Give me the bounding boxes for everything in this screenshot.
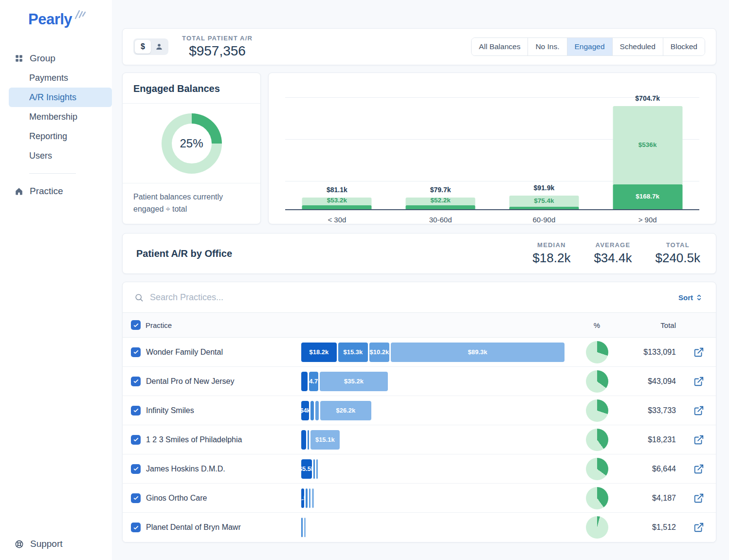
open-practice-button[interactable]: [693, 434, 704, 445]
pearly-logo-text: Pearly: [28, 11, 72, 28]
table-row-ginos-ortho-care[interactable]: Ginos Ortho Care$1.5k$4,187: [123, 484, 716, 513]
select-all-checkbox[interactable]: [131, 320, 141, 330]
total-patient-ar: TOTAL PATIENT A/R $957,356: [182, 35, 253, 59]
tab-all-balances[interactable]: All Balances: [472, 38, 528, 55]
practice-search-bar: Sort: [123, 282, 716, 312]
sort-label: Sort: [678, 293, 693, 302]
stacked-bar: $704.7k$536k$168.7k: [613, 83, 682, 209]
chart-column-60-90d: $91.9k$75.4k: [492, 83, 596, 209]
chart-category-label: 30-60d: [389, 210, 492, 224]
bar-light-label: $52.2k: [406, 197, 475, 205]
bar-total-label: $704.7k: [613, 94, 682, 103]
tab-engaged[interactable]: Engaged: [567, 38, 612, 55]
sort-button[interactable]: Sort: [678, 293, 703, 302]
dollar-toggle-button[interactable]: $: [135, 40, 151, 54]
table-row-1-2-3-smiles-of-philadelphia[interactable]: 1 2 3 Smiles of Philadelphia$15.1k$18,23…: [123, 425, 716, 454]
sidebar-item-support[interactable]: Support: [15, 539, 63, 549]
support-label: Support: [30, 539, 63, 549]
row-checkbox[interactable]: [131, 493, 141, 503]
practice-bar-chart: $4.7k$35.2k: [301, 372, 566, 391]
engagement-pie: [586, 487, 608, 509]
office-summary-title: Patient A/R by Office: [136, 248, 232, 259]
view-toggle: $: [133, 38, 168, 55]
office-summary-stats: MEDIAN$18.2kAVERAGE$34.4kTOTAL$240.5k: [532, 241, 700, 266]
bar-segment: [301, 430, 306, 450]
open-practice-button[interactable]: [693, 493, 704, 504]
engaged-balances-title: Engaged Balances: [133, 83, 250, 94]
engaged-percent: 25%: [180, 137, 203, 150]
chart-column-30-60d: $79.7k$52.2k: [389, 83, 492, 209]
practice-name: James Hoskins D.M.D.: [146, 465, 301, 473]
stat-value: $34.4k: [594, 251, 632, 266]
person-toggle-button[interactable]: [151, 40, 167, 54]
row-checkbox[interactable]: [131, 377, 141, 386]
tab-blocked[interactable]: Blocked: [663, 38, 705, 55]
stacked-bar: $91.9k$75.4k: [509, 83, 579, 209]
external-link-icon: [693, 347, 704, 358]
tab-no-ins[interactable]: No Ins.: [528, 38, 566, 55]
row-checkbox[interactable]: [131, 435, 141, 445]
grid-icon: [15, 54, 23, 63]
bar-segment: $26.2k: [320, 401, 371, 420]
practice-bar-chart: [301, 518, 566, 537]
table-row-james-hoskins-d-m-d[interactable]: James Hoskins D.M.D.$5.5k$6,644: [123, 454, 716, 484]
stacked-bar: $81.1k$53.2k: [302, 83, 372, 209]
table-row-infinity-smiles[interactable]: Infinity Smiles$4k$26.2k$33,733: [123, 396, 716, 425]
sidebar-nav: GroupPaymentsA/R InsightsMembershipRepor…: [0, 49, 112, 201]
practice-name: Dental Pro of New Jersey: [146, 377, 301, 386]
chart-category-label: 60-90d: [492, 210, 596, 224]
table-row-planet-dental-of-bryn-mawr[interactable]: Planet Dental of Bryn Mawr$1,512: [123, 513, 716, 542]
sidebar-item-label: Users: [29, 151, 52, 161]
column-header-percent: %: [594, 321, 600, 329]
table-row-wonder-family-dental[interactable]: Wonder Family Dental$18.2k$15.3k$10.2k$8…: [123, 338, 716, 367]
stat-total: TOTAL$240.5k: [655, 241, 700, 266]
row-checkbox[interactable]: [131, 347, 141, 357]
stat-label: MEDIAN: [532, 241, 570, 249]
open-practice-button[interactable]: [693, 522, 704, 533]
sidebar-item-reporting[interactable]: Reporting: [9, 126, 112, 146]
sidebar-item-membership[interactable]: Membership: [9, 107, 112, 126]
open-practice-button[interactable]: [693, 464, 704, 474]
sidebar-item-label: Practice: [30, 186, 63, 197]
bar-segment: [312, 488, 314, 508]
sidebar-item-users[interactable]: Users: [9, 146, 112, 165]
sidebar-item-label: Reporting: [29, 131, 67, 142]
table-row-dental-pro-of-new-jersey[interactable]: Dental Pro of New Jersey$4.7k$35.2k$43,0…: [123, 367, 716, 396]
open-practice-button[interactable]: [693, 347, 704, 358]
engagement-pie: [586, 370, 608, 393]
checkmark-icon: [133, 524, 139, 531]
row-checkbox[interactable]: [131, 464, 141, 474]
stat-average: AVERAGE$34.4k: [594, 241, 632, 266]
sidebar-item-a-r-insights[interactable]: A/R Insights: [9, 88, 112, 107]
chart-column-30d: $81.1k$53.2k: [285, 83, 389, 209]
bar-segment: $4k: [301, 401, 309, 420]
external-link-icon: [693, 493, 704, 504]
engagement-pie: [586, 341, 608, 363]
open-practice-button[interactable]: [693, 405, 704, 416]
checkmark-icon: [133, 349, 139, 355]
stat-value: $18.2k: [532, 251, 570, 266]
checkmark-icon: [133, 322, 139, 328]
sidebar-item-payments[interactable]: Payments: [9, 68, 112, 88]
row-checkbox[interactable]: [131, 523, 141, 532]
tab-scheduled[interactable]: Scheduled: [612, 38, 663, 55]
bar-segment: [308, 430, 309, 450]
sidebar-item-label: Group: [30, 53, 55, 64]
support-icon: [15, 540, 24, 549]
bar-segment: [310, 401, 314, 420]
bar-segment: [306, 488, 308, 508]
external-link-icon: [693, 522, 704, 533]
home-icon: [15, 187, 23, 196]
dollar-icon: $: [141, 42, 145, 51]
row-checkbox[interactable]: [131, 406, 141, 415]
checkmark-icon: [133, 466, 139, 472]
engagement-pie: [586, 399, 608, 422]
practice-total: $1,512: [652, 523, 676, 532]
external-link-icon: [693, 405, 704, 416]
sidebar-item-group[interactable]: Group: [9, 49, 112, 68]
open-practice-button[interactable]: [693, 376, 704, 387]
sidebar-item-practice[interactable]: Practice: [9, 181, 112, 201]
search-input[interactable]: [150, 292, 672, 303]
chart-category-label: < 30d: [285, 210, 389, 224]
practice-name: Planet Dental of Bryn Mawr: [146, 523, 301, 532]
